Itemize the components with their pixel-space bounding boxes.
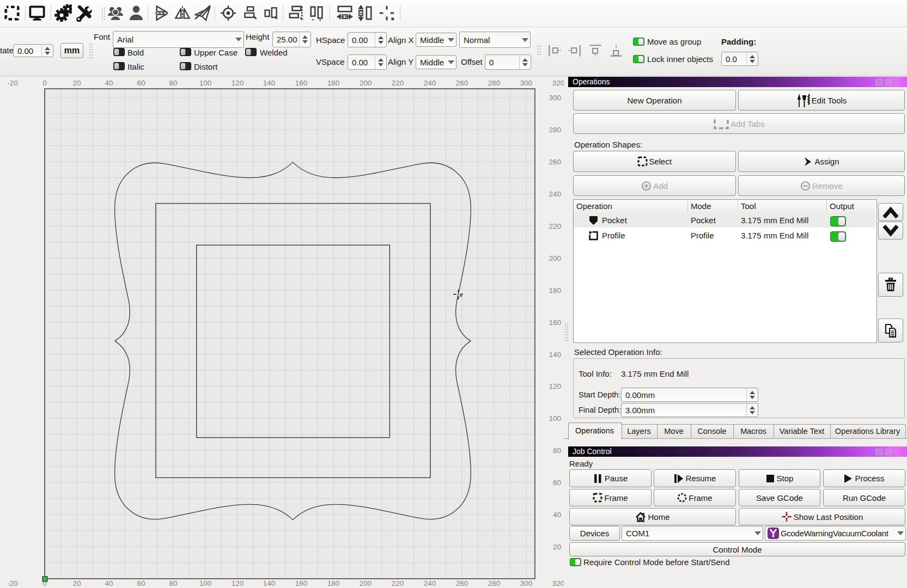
svg-text:-20: -20 [7, 579, 18, 587]
svg-text:100: 100 [199, 79, 212, 87]
svg-text:220: 220 [392, 579, 404, 587]
svg-text:80: 80 [169, 79, 177, 87]
svg-text:120: 120 [232, 79, 244, 87]
svg-text:140: 140 [263, 79, 276, 87]
svg-text:100: 100 [549, 414, 561, 422]
svg-text:60: 60 [553, 479, 561, 487]
svg-text:140: 140 [263, 579, 276, 587]
svg-text:180: 180 [549, 286, 561, 295]
svg-text:160: 160 [549, 318, 561, 327]
svg-text:40: 40 [105, 579, 113, 587]
svg-text:220: 220 [549, 222, 561, 230]
svg-text:320: 320 [552, 579, 564, 587]
svg-text:60: 60 [137, 79, 145, 87]
svg-text:240: 240 [424, 79, 436, 87]
svg-text:260: 260 [456, 79, 468, 87]
svg-text:0: 0 [42, 79, 47, 87]
svg-text:80: 80 [553, 446, 561, 455]
svg-text:280: 280 [549, 126, 561, 134]
svg-text:260: 260 [456, 579, 468, 587]
svg-text:280: 280 [488, 579, 501, 587]
svg-text:160: 160 [295, 579, 308, 587]
svg-text:220: 220 [392, 79, 404, 87]
svg-text:240: 240 [424, 579, 436, 587]
svg-text:40: 40 [105, 79, 113, 87]
svg-text:20: 20 [553, 543, 561, 551]
svg-text:160: 160 [295, 79, 308, 87]
svg-text:120: 120 [549, 382, 561, 390]
svg-text:200: 200 [549, 254, 561, 262]
svg-text:280: 280 [488, 79, 501, 87]
svg-text:100: 100 [199, 579, 212, 587]
svg-text:200: 200 [360, 579, 372, 587]
svg-text:300: 300 [549, 94, 561, 102]
svg-text:60: 60 [137, 579, 145, 587]
svg-text:180: 180 [327, 579, 340, 587]
svg-text:-20: -20 [7, 79, 18, 87]
svg-text:240: 240 [549, 190, 561, 198]
svg-text:140: 140 [549, 351, 561, 359]
svg-text:80: 80 [169, 579, 177, 587]
svg-text:20: 20 [72, 579, 81, 587]
svg-text:20: 20 [72, 79, 81, 87]
svg-text:120: 120 [232, 579, 244, 587]
svg-text:320: 320 [552, 79, 564, 87]
svg-text:260: 260 [549, 158, 561, 166]
svg-text:300: 300 [520, 79, 533, 87]
svg-text:40: 40 [553, 511, 561, 519]
svg-text:180: 180 [327, 79, 340, 87]
svg-text:300: 300 [520, 579, 533, 587]
svg-text:200: 200 [360, 79, 372, 87]
